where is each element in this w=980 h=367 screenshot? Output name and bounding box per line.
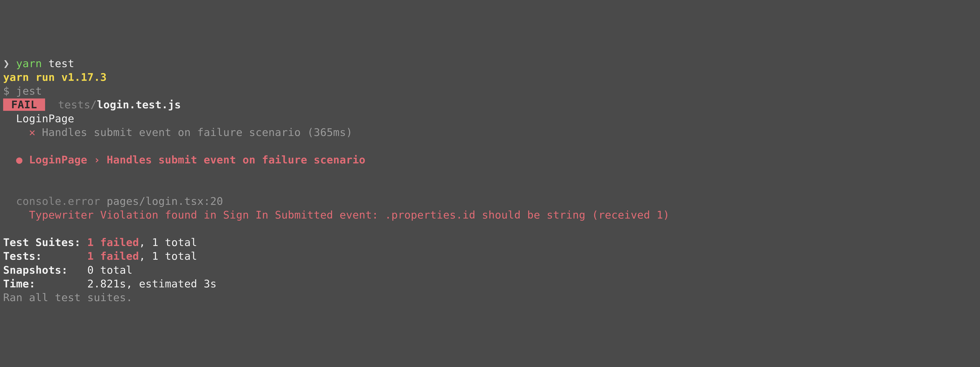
console-error-location: pages/login.tsx:20 (107, 195, 223, 207)
prompt-caret-icon: ❯ (3, 57, 10, 70)
fail-line: FAIL tests/login.test.js (3, 99, 181, 111)
summary-time-value: 2.821s, estimated 3s (87, 278, 216, 290)
console-error-label: console.error (16, 195, 100, 207)
summary-suites-label: Test Suites: (3, 236, 81, 249)
command-name: yarn (16, 57, 42, 70)
test-file-dir: tests/ (58, 99, 97, 111)
summary-snapshots-label: Snapshots: (3, 264, 68, 276)
summary-time-line: Time: 2.821s, estimated 3s (3, 278, 216, 290)
summary-tests-failed: 1 failed (87, 250, 139, 262)
failing-test-time: (365ms) (307, 126, 353, 139)
yarn-version-line: yarn run v1.17.3 (3, 71, 107, 83)
bullet-test-path: LoginPage › Handles submit event on fail… (29, 153, 366, 166)
suite-name: LoginPage (16, 112, 74, 125)
summary-time-label: Time: (3, 278, 35, 290)
ran-all-line: Ran all test suites. (3, 291, 132, 304)
jest-invoke-line: $ jest (3, 85, 42, 97)
fail-x-icon: ✕ (29, 126, 35, 139)
summary-suites-line: Test Suites: 1 failed, 1 total (3, 236, 197, 249)
terminal-output: ❯ yarn test yarn run v1.17.3 $ jest FAIL… (3, 57, 977, 305)
summary-tests-total: , 1 total (139, 250, 197, 262)
summary-tests-line: Tests: 1 failed, 1 total (3, 250, 197, 262)
command-args: test (48, 57, 74, 70)
console-error-message: Typewriter Violation found in Sign In Su… (29, 209, 670, 221)
summary-snapshots-line: Snapshots: 0 total (3, 264, 132, 276)
fail-badge: FAIL (3, 99, 45, 111)
summary-tests-label: Tests: (3, 250, 42, 262)
summary-snapshots-value: 0 total (87, 264, 132, 276)
prompt-line: ❯ yarn test (3, 57, 74, 70)
bullet-icon: ● (16, 153, 22, 166)
summary-suites-failed: 1 failed (87, 236, 139, 249)
test-file-name: login.test.js (97, 99, 181, 111)
summary-suites-total: , 1 total (139, 236, 197, 249)
failing-test-name: Handles submit event on failure scenario (42, 126, 301, 139)
